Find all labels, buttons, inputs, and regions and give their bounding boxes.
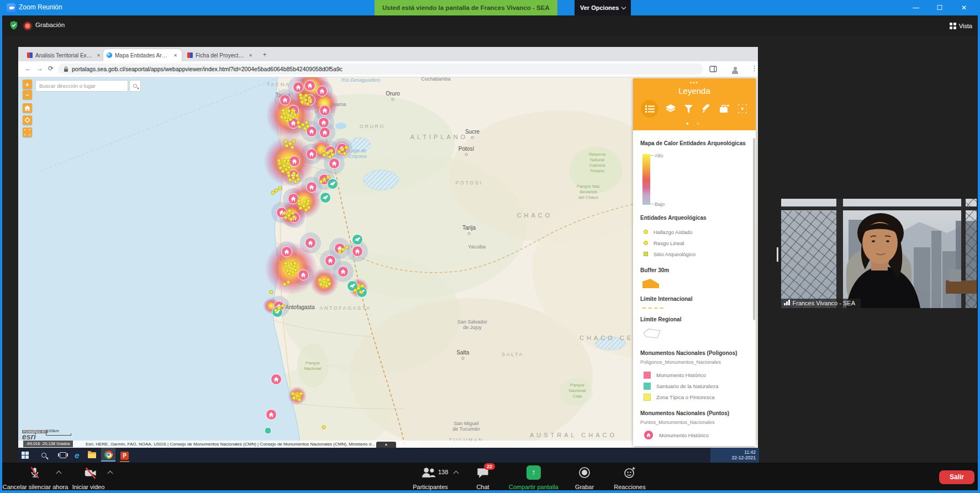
panel-menu-icon[interactable]: ••• (633, 78, 756, 86)
locate-button[interactable] (23, 115, 32, 125)
monument-marker[interactable] (325, 256, 336, 266)
monument-marker[interactable] (307, 149, 317, 160)
archaeological-dot[interactable] (283, 211, 286, 215)
monument-marker[interactable] (288, 194, 299, 204)
monument-marker[interactable] (338, 267, 349, 277)
archaeological-dot[interactable] (277, 159, 281, 162)
sanctuary-marker[interactable] (320, 193, 331, 203)
video-panel-handle[interactable] (777, 247, 778, 262)
archaeological-dot[interactable] (292, 176, 295, 179)
powerpoint-button[interactable]: P (120, 450, 129, 462)
archaeological-dot[interactable] (309, 100, 312, 103)
minimize-button[interactable]: — (907, 0, 925, 15)
monument-marker[interactable] (298, 270, 309, 280)
monument-marker[interactable] (280, 95, 291, 105)
tab-close-icon[interactable]: ✕ (96, 52, 102, 59)
tab-analisis-territorial[interactable]: Analisis Territorial Externo ✕ (24, 49, 107, 61)
archaeological-dot[interactable] (275, 189, 278, 192)
monument-marker[interactable] (317, 86, 328, 97)
search-button[interactable] (129, 80, 141, 92)
reactions-button[interactable]: Reacciones (614, 484, 645, 490)
monument-marker[interactable] (307, 182, 317, 193)
record-icon[interactable] (578, 466, 591, 479)
tab-mapa-entidades[interactable]: Mapa Entidades Arqueológicas | ✕ (103, 49, 182, 61)
attribution-toggle-button[interactable]: ▲ (376, 442, 396, 448)
mute-options-caret[interactable] (56, 471, 62, 476)
add-data-widget-button[interactable] (719, 103, 730, 114)
view-options-button[interactable]: Ver Opciones (575, 0, 631, 15)
archaeological-dot[interactable] (292, 396, 296, 400)
monument-marker[interactable] (352, 246, 363, 257)
map-viewport[interactable]: Río DesaguaderoCochabambaTACNATacnaSajam… (18, 77, 758, 448)
archaeological-dot[interactable] (284, 140, 287, 143)
archaeological-dot[interactable] (322, 426, 325, 429)
archaeological-dot[interactable] (308, 96, 311, 99)
archaeological-dot[interactable] (274, 309, 277, 312)
archaeological-dot[interactable] (331, 153, 334, 156)
archaeological-dot[interactable] (326, 176, 330, 179)
archaeological-dot[interactable] (288, 272, 291, 275)
archaeological-dot[interactable] (307, 199, 310, 203)
archaeological-dot[interactable] (287, 280, 290, 284)
archaeological-dot[interactable] (338, 250, 341, 253)
video-options-caret[interactable] (108, 471, 113, 476)
monument-marker[interactable] (320, 105, 330, 116)
archaeological-dot[interactable] (289, 267, 292, 270)
archaeological-dot[interactable] (282, 109, 285, 112)
taskbar-clock[interactable]: 11:42 22-12-2021 (710, 448, 759, 463)
archaeological-dot[interactable] (278, 187, 282, 190)
view-layout-button[interactable]: Vista (950, 20, 972, 32)
archaeological-dot[interactable] (292, 140, 296, 143)
archaeological-dot[interactable] (283, 116, 287, 119)
archaeological-dot[interactable] (283, 160, 286, 163)
participants-icon[interactable] (421, 467, 436, 479)
start-video-button[interactable]: Iniciar video (72, 484, 105, 490)
archaeological-dot[interactable] (299, 206, 302, 210)
monument-marker[interactable] (319, 118, 329, 128)
archaeological-dot[interactable] (288, 178, 292, 182)
archaeological-dot[interactable] (323, 178, 326, 181)
archaeological-dot[interactable] (330, 149, 333, 152)
archaeological-dot[interactable] (291, 392, 294, 395)
archaeological-dot[interactable] (319, 283, 323, 286)
forward-icon[interactable]: → (36, 65, 43, 72)
participant-video[interactable]: Frances Vivanco - SEA (781, 199, 977, 308)
archaeological-dot[interactable] (357, 287, 360, 290)
share-screen-icon[interactable]: ↑ (526, 465, 541, 480)
extent-button[interactable] (23, 128, 32, 137)
archaeological-dot[interactable] (302, 204, 305, 208)
archaeological-dot[interactable] (361, 284, 364, 288)
microphone-muted-icon[interactable] (29, 466, 41, 479)
record-button[interactable]: Grabar (575, 484, 594, 490)
monument-marker[interactable] (282, 247, 292, 257)
archaeological-dot[interactable] (298, 398, 301, 401)
archaeological-dot[interactable] (294, 268, 297, 272)
reload-icon[interactable]: ⟳ (48, 65, 54, 72)
archaeological-dot[interactable] (281, 169, 284, 173)
archaeological-dot[interactable] (297, 178, 300, 181)
archaeological-dot[interactable] (270, 290, 273, 294)
monument-marker[interactable] (305, 81, 315, 91)
security-shield-icon[interactable] (9, 20, 19, 30)
archaeological-dot[interactable] (281, 304, 284, 308)
archaeological-dot[interactable] (291, 146, 294, 149)
archaeological-dot[interactable] (304, 98, 307, 102)
archaeological-dot[interactable] (284, 262, 287, 265)
archaeological-dot[interactable] (292, 215, 296, 219)
legend-page-dots[interactable]: ● ○ (633, 121, 756, 126)
archaeological-dot[interactable] (287, 109, 291, 113)
side-panel-icon[interactable] (709, 65, 717, 73)
zoom-out-button[interactable]: − (23, 90, 32, 99)
tab-close-icon[interactable]: ✕ (172, 52, 178, 59)
home-button[interactable] (23, 103, 32, 113)
monument-marker[interactable] (305, 238, 316, 248)
address-bar[interactable]: portalags.sea.gob.cl/seaportal/apps/weba… (58, 63, 703, 75)
archaeological-dot[interactable] (341, 148, 344, 151)
back-icon[interactable]: ← (25, 65, 31, 72)
start-button[interactable] (20, 450, 30, 460)
legend-widget-button[interactable] (641, 100, 658, 118)
archaeological-dot[interactable] (345, 146, 348, 149)
archaeological-dot[interactable] (287, 171, 290, 174)
archaeological-dot[interactable] (297, 199, 301, 203)
legend-scrollbar[interactable] (753, 138, 755, 320)
